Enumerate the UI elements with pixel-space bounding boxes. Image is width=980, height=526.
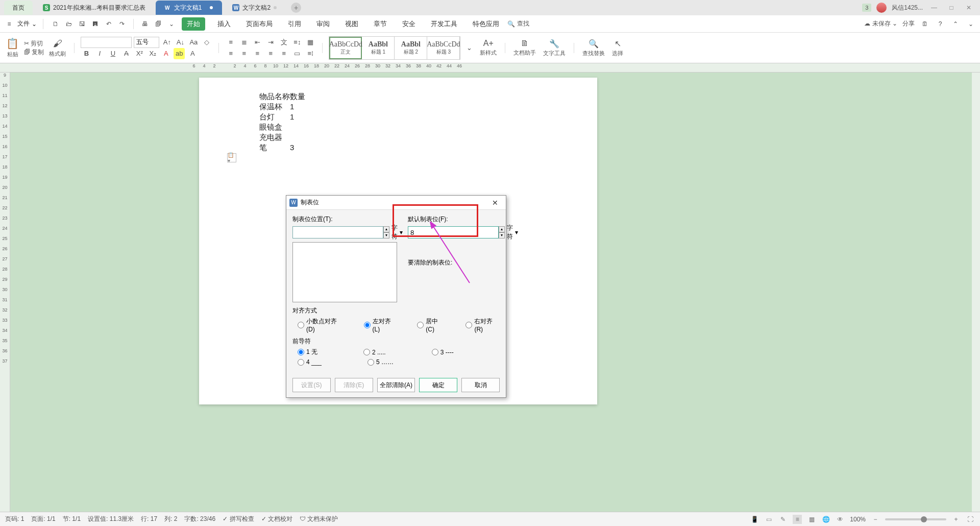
paste-options-button[interactable]: 📋▾ (227, 153, 236, 162)
font-name-input[interactable] (81, 37, 132, 48)
line-spacing-button[interactable]: ≡↕ (291, 37, 303, 48)
leader-1-radio[interactable]: 1 无 (298, 348, 317, 356)
ribbon-tab-special[interactable]: 特色应用 (470, 17, 502, 31)
share-button[interactable]: 分享 (902, 19, 915, 28)
view-read-icon[interactable]: ▭ (764, 515, 773, 524)
undo-icon[interactable]: ↶ (104, 19, 114, 29)
new-doc-icon[interactable]: 🗋 (51, 19, 61, 29)
style-gallery[interactable]: AaBbCcDd正文 AaBbl标题 1 AaBbl标题 2 AaBbCcDd标… (329, 36, 460, 60)
dialog-close-button[interactable]: ✕ (487, 199, 503, 207)
status-chars[interactable]: 字数: 23/46 (184, 515, 215, 523)
bullets-button[interactable]: ≡ (225, 37, 236, 48)
tab-excel-file[interactable]: S 2021年拟来湘...考科目要求汇总表 (35, 1, 154, 15)
ok-button[interactable]: 确定 (419, 378, 457, 392)
cut-button[interactable]: ✂ 剪切 (24, 39, 43, 48)
new-style-button[interactable]: A+新样式 (478, 39, 499, 57)
bold-button[interactable]: B (81, 48, 92, 59)
style-h2[interactable]: AaBbl标题 2 (395, 37, 427, 59)
set-button[interactable]: 设置(S) (292, 378, 331, 392)
ribbon-tab-view[interactable]: 视图 (342, 17, 361, 31)
status-col[interactable]: 列: 2 (164, 515, 177, 523)
clear-format-icon[interactable]: ◇ (201, 37, 212, 48)
copy-button[interactable]: 🗐 复制 (24, 48, 44, 57)
font-size-input[interactable] (134, 37, 159, 48)
ribbon-settings-icon[interactable]: ⌄ (966, 19, 976, 29)
horizontal-ruler[interactable]: 6422468101214161820222426283032343638404… (0, 63, 980, 73)
username-label[interactable]: 风信1425... (892, 4, 923, 12)
status-page[interactable]: 页面: 1/1 (31, 515, 55, 523)
view-outline-icon[interactable]: ▦ (807, 515, 816, 524)
spin-down[interactable]: ▾ (383, 232, 389, 238)
style-h1[interactable]: AaBbl标题 1 (362, 37, 395, 59)
tab-position-listbox[interactable] (292, 242, 397, 302)
text-effects-button[interactable]: A (187, 48, 198, 59)
help-icon[interactable]: ? (935, 19, 945, 29)
view-edit-icon[interactable]: ✎ (778, 515, 788, 524)
zoom-thumb[interactable] (921, 516, 927, 522)
default-tab-input[interactable] (408, 226, 499, 238)
spin-up[interactable]: ▴ (383, 226, 389, 232)
align-center-button[interactable]: ≡ (238, 48, 250, 59)
paste-group[interactable]: 📋 粘贴 (4, 37, 21, 58)
clear-all-button[interactable]: 全部清除(A) (377, 378, 415, 392)
zoom-value[interactable]: 100% (850, 516, 866, 523)
strikethrough-button[interactable]: A̶ (120, 48, 132, 59)
shading-button[interactable]: ▭ (291, 48, 303, 59)
decrease-font-icon[interactable]: A↓ (175, 37, 186, 48)
print-preview-icon[interactable]: 🗐 (153, 19, 163, 29)
user-avatar[interactable] (876, 3, 887, 13)
clear-button[interactable]: 清除(E) (335, 378, 373, 392)
history-icon[interactable]: 🗓 (920, 19, 930, 29)
dialog-titlebar[interactable]: W 制表位 ✕ (286, 196, 506, 210)
style-h3[interactable]: AaBbCcDd标题 3 (427, 37, 460, 59)
spin-up[interactable]: ▴ (499, 226, 505, 232)
superscript-button[interactable]: X² (134, 48, 145, 59)
align-right-radio[interactable]: 右对齐(R) (465, 317, 500, 333)
subscript-button[interactable]: X₂ (147, 48, 158, 59)
status-protect[interactable]: 🛡 文档未保护 (300, 515, 338, 523)
ribbon-search[interactable]: 🔍 查找 (507, 19, 529, 28)
collapse-ribbon-icon[interactable]: ⌃ (950, 19, 961, 29)
align-left-radio[interactable]: 左对齐(L) (364, 317, 397, 333)
select-button[interactable]: ↖选择 (610, 39, 625, 57)
ribbon-tab-review[interactable]: 审阅 (313, 17, 333, 31)
underline-button[interactable]: U (107, 48, 118, 59)
leader-5-radio[interactable]: 5 …… (368, 358, 394, 366)
zoom-slider[interactable] (885, 518, 946, 520)
unit-dropdown[interactable]: 字符▾ (391, 224, 403, 241)
ribbon-tab-insert[interactable]: 插入 (214, 17, 234, 31)
status-section[interactable]: 节: 1/1 (63, 515, 81, 523)
decrease-indent-button[interactable]: ⇤ (252, 37, 263, 48)
italic-button[interactable]: I (94, 48, 105, 59)
format-painter[interactable]: 🖌 格式刷 (47, 38, 68, 58)
ribbon-tab-layout[interactable]: 页面布局 (243, 17, 276, 31)
page-text[interactable]: 物品名称数量保温杯1台灯1眼镜盒充电器笔3 (259, 92, 305, 153)
save-as-icon[interactable]: 🖪 (90, 19, 101, 29)
fit-page-icon[interactable]: ⛶ (966, 515, 975, 524)
cancel-button[interactable]: 取消 (461, 378, 500, 392)
status-spell[interactable]: ✓ 拼写检查 (223, 515, 254, 523)
save-icon[interactable]: 🖫 (77, 19, 87, 29)
view-phone-icon[interactable]: 📱 (750, 515, 759, 524)
doc-helper-button[interactable]: 🗎文档助手 (511, 39, 538, 57)
close-window-button[interactable]: ✕ (963, 4, 975, 11)
leader-2-radio[interactable]: 2 ..... (363, 348, 386, 356)
justify-button[interactable]: ≡ (265, 48, 276, 59)
font-color-button[interactable]: A (160, 48, 172, 59)
unit-dropdown[interactable]: 字符▾ (507, 224, 518, 241)
minimize-button[interactable]: — (928, 4, 940, 11)
view-web-icon[interactable]: 🌐 (821, 515, 830, 524)
cloud-unsaved[interactable]: ☁ 未保存 ⌄ (864, 19, 897, 28)
status-page-no[interactable]: 页码: 1 (5, 515, 24, 523)
ribbon-tab-start[interactable]: 开始 (182, 17, 205, 31)
eye-protect-icon[interactable]: 👁 (836, 515, 845, 524)
text-direction-button[interactable]: 文 (278, 37, 289, 48)
new-tab-button[interactable]: + (291, 3, 301, 13)
zoom-in-button[interactable]: + (951, 515, 961, 524)
open-icon[interactable]: 🗁 (64, 19, 74, 29)
ribbon-tab-reference[interactable]: 引用 (285, 17, 304, 31)
increase-font-icon[interactable]: A↑ (161, 37, 173, 48)
align-left-button[interactable]: ≡ (225, 48, 236, 59)
more-quick-icon[interactable]: ⌄ (166, 19, 177, 29)
vertical-ruler[interactable]: 9101112131415161718192021222324252627282… (0, 73, 10, 512)
